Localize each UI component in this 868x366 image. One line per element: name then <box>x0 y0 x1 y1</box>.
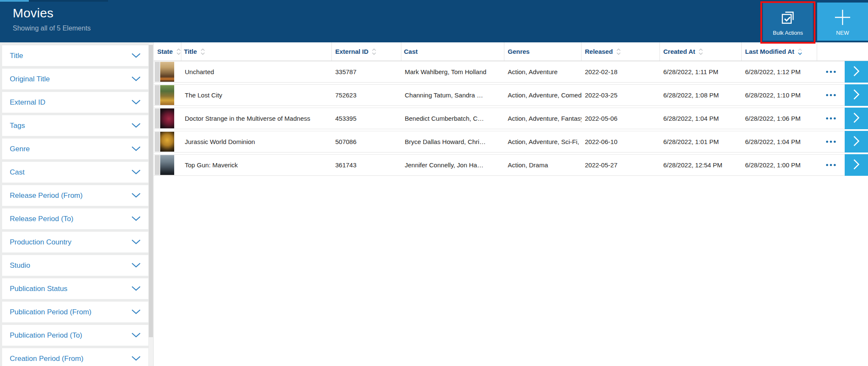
last-modified-at-cell: 6/28/2022, 1:10 PM <box>742 92 817 99</box>
row-more-actions-button[interactable] <box>823 68 838 75</box>
filter-item-label: Title <box>10 52 23 60</box>
created-at-cell: 6/28/2022, 1:04 PM <box>660 115 742 122</box>
external-id-cell: 361743 <box>332 161 401 169</box>
filter-item-label: Tags <box>10 122 25 130</box>
page-subtitle: Showing all of 5 Elements <box>13 25 91 32</box>
created-at-cell: 6/28/2022, 12:54 PM <box>660 161 742 169</box>
row-open-button[interactable] <box>845 61 868 83</box>
chevron-down-icon <box>131 262 141 269</box>
cast-cell: Mark Wahlberg, Tom Holland <box>401 68 504 75</box>
filter-accordion-item[interactable]: Release Period (From) <box>2 185 148 206</box>
chevron-down-icon <box>131 192 141 200</box>
chevron-right-icon <box>849 110 864 127</box>
ellipsis-icon <box>830 141 832 143</box>
genres-cell: Action, Drama <box>504 161 581 169</box>
filter-accordion-item[interactable]: Title <box>2 45 148 66</box>
column-header-cast: Cast <box>401 42 504 61</box>
chevron-down-icon <box>131 169 141 176</box>
state-indicator <box>155 85 160 105</box>
chevron-down-icon <box>131 75 141 83</box>
title-cell: The Lost City <box>181 92 332 99</box>
table-row: Uncharted 335787 Mark Wahlberg, Tom Holl… <box>154 61 868 83</box>
title-cell: Jurassic World Dominion <box>181 138 332 145</box>
ellipsis-icon <box>834 71 836 73</box>
poster-thumbnail <box>160 85 174 105</box>
chevron-right-icon <box>849 64 864 80</box>
chevron-down-icon <box>131 145 141 153</box>
row-actions <box>817 115 845 122</box>
bulk-actions-button[interactable]: Bulk Actions <box>763 3 813 41</box>
chevron-down-icon <box>131 122 141 130</box>
row-open-button[interactable] <box>845 131 868 152</box>
row-open-button[interactable] <box>845 154 868 176</box>
filter-item-label: Publication Status <box>10 285 67 293</box>
filter-accordion-item[interactable]: Genre <box>2 139 148 159</box>
column-label: Title <box>184 48 197 55</box>
new-label: NEW <box>836 30 849 41</box>
chevron-down-icon <box>131 308 141 316</box>
filter-accordion-item[interactable]: Tags <box>2 115 148 136</box>
row-more-actions-button[interactable] <box>823 92 838 99</box>
filter-accordion-item[interactable]: Publication Period (From) <box>2 302 148 322</box>
ellipsis-icon <box>830 94 832 96</box>
external-id-cell: 335787 <box>332 68 401 75</box>
poster-thumbnail <box>160 62 174 82</box>
column-header-released[interactable]: Released <box>581 42 660 61</box>
genres-cell: Action, Adventure, Fantasy <box>504 115 581 122</box>
filter-accordion-item[interactable]: Studio <box>2 255 148 276</box>
new-button[interactable]: NEW <box>817 3 868 41</box>
filter-accordion-item[interactable]: Creation Period (From) <box>2 348 148 366</box>
last-modified-at-cell: 6/28/2022, 1:04 PM <box>742 138 817 145</box>
row-actions <box>817 68 845 75</box>
state-indicator <box>155 155 160 175</box>
ellipsis-icon <box>826 117 828 119</box>
row-more-actions-button[interactable] <box>823 161 838 169</box>
column-header-state[interactable]: State <box>154 42 181 61</box>
chevron-down-icon <box>131 332 141 339</box>
row-open-button[interactable] <box>845 84 868 106</box>
created-at-cell: 6/28/2022, 1:01 PM <box>660 138 742 145</box>
chevron-down-icon <box>131 355 141 363</box>
filter-accordion-item[interactable]: Publication Status <box>2 278 148 299</box>
filter-accordion-item[interactable]: External ID <box>2 92 148 113</box>
row-open-button[interactable] <box>845 108 868 129</box>
state-cell <box>154 108 181 129</box>
row-more-actions-button[interactable] <box>823 138 838 145</box>
filter-accordion-item[interactable]: Production Country <box>2 232 148 252</box>
created-at-cell: 6/28/2022, 1:11 PM <box>660 68 742 75</box>
released-cell: 2022-02-18 <box>581 68 660 75</box>
state-indicator <box>155 62 160 82</box>
row-actions <box>817 161 845 169</box>
filter-accordion-item[interactable]: Release Period (To) <box>2 208 148 229</box>
state-cell <box>154 85 181 105</box>
title-block: Movies Showing all of 5 Elements <box>13 6 91 32</box>
filter-item-label: Production Country <box>10 238 72 247</box>
cast-cell: Benedict Cumberbatch, C… <box>401 115 504 122</box>
sort-icon <box>372 48 376 55</box>
external-id-cell: 507086 <box>332 138 401 145</box>
sidebar-scrollbar[interactable] <box>149 43 153 366</box>
bulk-actions-label: Bulk Actions <box>773 30 803 41</box>
scrollbar-thumb[interactable] <box>149 45 153 337</box>
chevron-right-icon <box>849 87 864 103</box>
ellipsis-icon <box>834 164 836 166</box>
plus-icon <box>833 3 852 30</box>
filter-accordion-item[interactable]: Original Title <box>2 69 148 89</box>
filter-accordion-item[interactable]: Publication Period (To) <box>2 325 148 346</box>
column-header-last-modified-at[interactable]: Last Modified At <box>742 42 817 61</box>
last-modified-at-cell: 6/28/2022, 1:12 PM <box>742 68 817 75</box>
column-label: Released <box>585 48 613 55</box>
column-header-created-at[interactable]: Created At <box>660 42 742 61</box>
poster-thumbnail <box>160 108 174 128</box>
column-label: Created At <box>663 48 695 55</box>
filter-accordion-item[interactable]: Cast <box>2 162 148 183</box>
title-cell: Doctor Strange in the Multiverse of Madn… <box>181 115 332 122</box>
genres-cell: Action, Adventure, Sci-Fi, … <box>504 138 581 145</box>
column-header-external-id[interactable]: External ID <box>332 42 401 61</box>
title-cell: Uncharted <box>181 68 332 75</box>
row-more-actions-button[interactable] <box>823 115 838 122</box>
chevron-down-icon <box>131 52 141 60</box>
sort-icon <box>176 48 181 55</box>
column-header-title[interactable]: Title <box>181 42 332 61</box>
bulk-select-icon <box>779 3 796 30</box>
